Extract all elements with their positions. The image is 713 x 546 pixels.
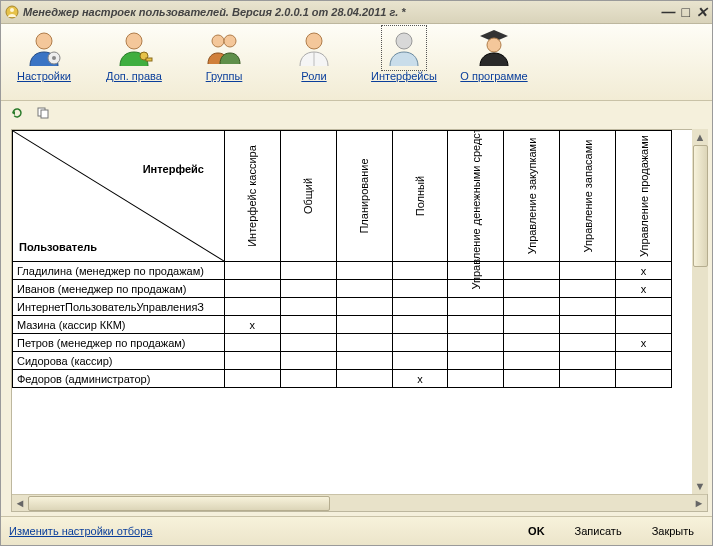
grid-cell[interactable] — [280, 298, 336, 316]
grid-cell[interactable] — [560, 334, 616, 352]
grid-cell[interactable] — [280, 262, 336, 280]
column-header[interactable]: Управление продажами — [616, 131, 672, 262]
grid-cell[interactable]: x — [616, 280, 672, 298]
grid-cell[interactable] — [616, 370, 672, 388]
ok-button[interactable]: OK — [518, 522, 555, 540]
grid-cell[interactable] — [560, 370, 616, 388]
scroll-up-icon[interactable]: ▲ — [692, 129, 708, 145]
grid-cell[interactable] — [448, 316, 504, 334]
grid-viewport: Интерфейс Пользователь Интерфейс кассира… — [11, 129, 708, 512]
grid-cell[interactable] — [224, 298, 280, 316]
grid-cell[interactable] — [336, 352, 392, 370]
table-row[interactable]: Иванов (менеджер по продажам)x — [13, 280, 672, 298]
grid-cell[interactable] — [336, 316, 392, 334]
grid-cell[interactable] — [560, 298, 616, 316]
scroll-right-icon[interactable]: ► — [691, 495, 707, 511]
save-button[interactable]: Записать — [565, 522, 632, 540]
grid-cell[interactable]: x — [616, 334, 672, 352]
grid-cell[interactable] — [504, 316, 560, 334]
toolbar-groups[interactable]: Группы — [189, 28, 259, 82]
grid-cell[interactable] — [392, 262, 448, 280]
scroll-thumb[interactable] — [693, 145, 708, 267]
content-area: Интерфейс Пользователь Интерфейс кассира… — [1, 125, 712, 516]
grid-cell[interactable] — [336, 298, 392, 316]
grid-cell[interactable] — [504, 262, 560, 280]
grid-cell[interactable] — [336, 370, 392, 388]
grid-cell[interactable] — [616, 298, 672, 316]
grid-cell[interactable] — [224, 334, 280, 352]
grid-cell[interactable] — [280, 316, 336, 334]
grid-cell[interactable] — [616, 316, 672, 334]
grid-cell[interactable] — [448, 298, 504, 316]
grid-cell[interactable] — [392, 352, 448, 370]
grid-cell[interactable] — [448, 352, 504, 370]
column-header[interactable]: Полный — [392, 131, 448, 262]
toolbar-roles[interactable]: Роли — [279, 28, 349, 82]
secondary-toolbar — [1, 101, 712, 125]
grid-cell[interactable] — [280, 280, 336, 298]
grid-cell[interactable] — [224, 352, 280, 370]
grid-cell[interactable] — [560, 280, 616, 298]
grid-cell[interactable] — [448, 334, 504, 352]
grid-cell[interactable] — [224, 262, 280, 280]
grid-cell[interactable] — [504, 334, 560, 352]
grid-cell[interactable] — [392, 334, 448, 352]
column-header[interactable]: Управление закупками — [504, 131, 560, 262]
svg-point-1 — [10, 8, 14, 12]
toolbar-about[interactable]: О программе — [459, 28, 529, 82]
grid-cell[interactable] — [280, 370, 336, 388]
grid-cell[interactable]: x — [224, 316, 280, 334]
table-row[interactable]: Сидорова (кассир) — [13, 352, 672, 370]
minimize-button[interactable]: — — [662, 4, 676, 20]
toolbar-settings[interactable]: Настройки — [9, 28, 79, 82]
grid-cell[interactable] — [336, 280, 392, 298]
grid-cell[interactable] — [392, 316, 448, 334]
maximize-button[interactable]: □ — [682, 4, 690, 20]
table-row[interactable]: Мазина (кассир ККМ)x — [13, 316, 672, 334]
row-label: Иванов (менеджер по продажам) — [13, 280, 225, 298]
column-header[interactable]: Интерфейс кассира — [224, 131, 280, 262]
grid-cell[interactable] — [504, 298, 560, 316]
column-header[interactable]: Общий — [280, 131, 336, 262]
grid-cell[interactable] — [280, 334, 336, 352]
title-bar: Менеджер настроек пользователей. Версия … — [1, 1, 712, 24]
scroll-left-icon[interactable]: ◄ — [12, 495, 28, 511]
grid-cell[interactable] — [336, 262, 392, 280]
close-window-button[interactable]: Закрыть — [642, 522, 704, 540]
copy-button[interactable] — [33, 103, 53, 123]
grid-cell[interactable] — [504, 280, 560, 298]
grid-cell[interactable] — [336, 334, 392, 352]
grid-cell[interactable] — [392, 298, 448, 316]
grid-cell[interactable]: x — [392, 370, 448, 388]
refresh-button[interactable] — [7, 103, 27, 123]
grid-cell[interactable] — [616, 352, 672, 370]
grid-cell[interactable] — [504, 352, 560, 370]
toolbar-extra-rights[interactable]: Доп. права — [99, 28, 169, 82]
scroll-thumb[interactable] — [28, 496, 330, 511]
table-row[interactable]: Петров (менеджер по продажам)x — [13, 334, 672, 352]
column-header[interactable]: Управление денежными средствами — [448, 131, 504, 262]
grid-cell[interactable] — [560, 262, 616, 280]
table-row[interactable]: Федоров (администратор)x — [13, 370, 672, 388]
table-row[interactable]: ИнтернетПользовательУправленияЗ — [13, 298, 672, 316]
scroll-down-icon[interactable]: ▼ — [692, 478, 708, 494]
grid-cell[interactable] — [224, 280, 280, 298]
column-header[interactable]: Управление запасами — [560, 131, 616, 262]
column-header[interactable]: Планирование — [336, 131, 392, 262]
toolbar-interfaces[interactable]: Интерфейсы — [369, 28, 439, 82]
table-row[interactable]: Гладилина (менеджер по продажам)x — [13, 262, 672, 280]
grid-cell[interactable] — [448, 370, 504, 388]
grid-cell[interactable] — [560, 352, 616, 370]
grid-cell[interactable] — [280, 352, 336, 370]
vertical-scrollbar[interactable]: ▲ ▼ — [692, 129, 708, 494]
close-button[interactable]: ✕ — [696, 4, 708, 20]
grid-cell[interactable] — [560, 316, 616, 334]
filter-settings-link[interactable]: Изменить настройки отбора — [9, 525, 152, 537]
svg-point-9 — [224, 35, 236, 47]
table-area[interactable]: Интерфейс Пользователь Интерфейс кассира… — [12, 130, 707, 494]
grid-cell[interactable]: x — [616, 262, 672, 280]
grid-cell[interactable] — [504, 370, 560, 388]
grid-cell[interactable] — [224, 370, 280, 388]
horizontal-scrollbar[interactable]: ◄ ► — [12, 494, 707, 511]
grid-cell[interactable] — [392, 280, 448, 298]
